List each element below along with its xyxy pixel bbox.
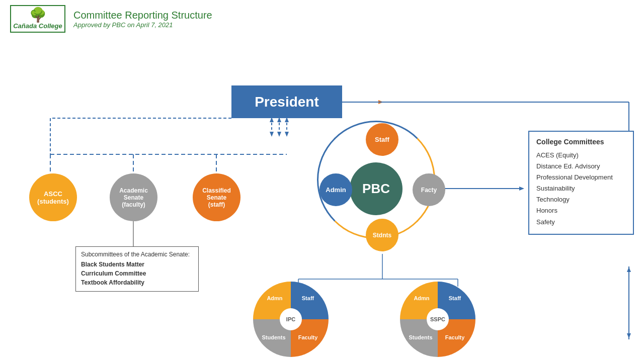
sspc-pie: SSPC Admn Staff Faculty Students bbox=[397, 279, 478, 359]
subcommittee-item-1: Black Students Matter bbox=[81, 260, 193, 269]
ipc-container: IPC Admn Staff Faculty Students bbox=[251, 279, 331, 361]
subcommittees-title: Subcommittees of the Academic Senate: bbox=[81, 251, 193, 258]
logo-name: Cañada College bbox=[13, 22, 62, 30]
svg-marker-11 bbox=[277, 132, 281, 137]
subcommittee-item-2: Curriculum Committee bbox=[81, 269, 193, 278]
cc-item-1: ACES (Equity) bbox=[536, 150, 626, 161]
college-committees-title: College Committees bbox=[536, 138, 626, 146]
subcommittee-item-3: Textbook Affordability bbox=[81, 278, 193, 287]
president-label: President bbox=[255, 94, 319, 110]
president-box: President bbox=[231, 85, 342, 118]
diagram: President ASCC(students) AcademicSenate(… bbox=[0, 38, 644, 354]
header-titles: Committee Reporting Structure Approved b… bbox=[73, 10, 212, 29]
academic-senate-label: AcademicSenate(faculty) bbox=[119, 187, 148, 208]
subcommittees-list: Black Students Matter Curriculum Committ… bbox=[81, 260, 193, 287]
svg-text:Faculty: Faculty bbox=[445, 334, 465, 340]
svg-marker-12 bbox=[285, 132, 289, 137]
college-committees-box: College Committees ACES (Equity) Distanc… bbox=[528, 131, 634, 235]
faculty-orbit-label: Facty bbox=[421, 187, 437, 194]
classified-senate-label: ClassifiedSenate(staff) bbox=[202, 187, 231, 208]
svg-marker-27 bbox=[627, 333, 631, 338]
page-subtitle: Approved by PBC on April 7, 2021 bbox=[73, 21, 212, 29]
cc-item-6: Honors bbox=[536, 205, 626, 216]
staff-orbit-label: Staff bbox=[375, 136, 389, 143]
sspc-container: SSPC Admn Staff Faculty Students bbox=[397, 279, 478, 361]
page-title: Committee Reporting Structure bbox=[73, 10, 212, 21]
admin-orbit-label: Admin bbox=[326, 186, 346, 194]
ascc-circle: ASCC(students) bbox=[29, 173, 77, 221]
svg-marker-10 bbox=[270, 132, 274, 137]
pbc-circle: PBC bbox=[350, 162, 403, 215]
logo-icon: 🌳 bbox=[29, 8, 47, 22]
cc-item-7: Safety bbox=[536, 217, 626, 228]
svg-text:Admn: Admn bbox=[414, 295, 429, 301]
ipc-pie: IPC Admn Staff Faculty Students bbox=[251, 279, 331, 359]
faculty-orbit-circle: Facty bbox=[413, 173, 445, 206]
svg-text:Students: Students bbox=[409, 334, 432, 340]
svg-text:Staff: Staff bbox=[449, 295, 461, 301]
svg-text:Admn: Admn bbox=[267, 295, 282, 301]
classified-senate-circle: ClassifiedSenate(staff) bbox=[193, 173, 240, 221]
cc-item-4: Sustainability bbox=[536, 183, 626, 194]
svg-text:Staff: Staff bbox=[302, 295, 314, 301]
svg-text:SSPC: SSPC bbox=[430, 316, 445, 322]
svg-marker-17 bbox=[519, 187, 524, 191]
academic-senate-circle: AcademicSenate(faculty) bbox=[110, 173, 157, 221]
logo: 🌳 Cañada College bbox=[10, 5, 65, 33]
cc-item-2: Distance Ed. Advisory bbox=[536, 161, 626, 172]
pbc-label: PBC bbox=[362, 181, 390, 197]
subcommittees-box: Subcommittees of the Academic Senate: Bl… bbox=[75, 246, 199, 292]
svg-marker-14 bbox=[378, 100, 383, 104]
cc-item-3: Professional Development bbox=[536, 172, 626, 183]
svg-text:Students: Students bbox=[262, 334, 285, 340]
students-orbit-label: Stdnts bbox=[373, 232, 391, 239]
staff-orbit-circle: Staff bbox=[366, 123, 398, 156]
students-orbit-circle: Stdnts bbox=[366, 219, 398, 251]
admin-orbit-circle: Admin bbox=[319, 173, 352, 206]
svg-text:IPC: IPC bbox=[286, 316, 295, 322]
cc-item-5: Technology bbox=[536, 194, 626, 205]
svg-text:Faculty: Faculty bbox=[298, 334, 318, 340]
header: 🌳 Cañada College Committee Reporting Str… bbox=[0, 0, 644, 38]
svg-marker-28 bbox=[627, 267, 631, 272]
ascc-label: ASCC(students) bbox=[37, 190, 69, 205]
